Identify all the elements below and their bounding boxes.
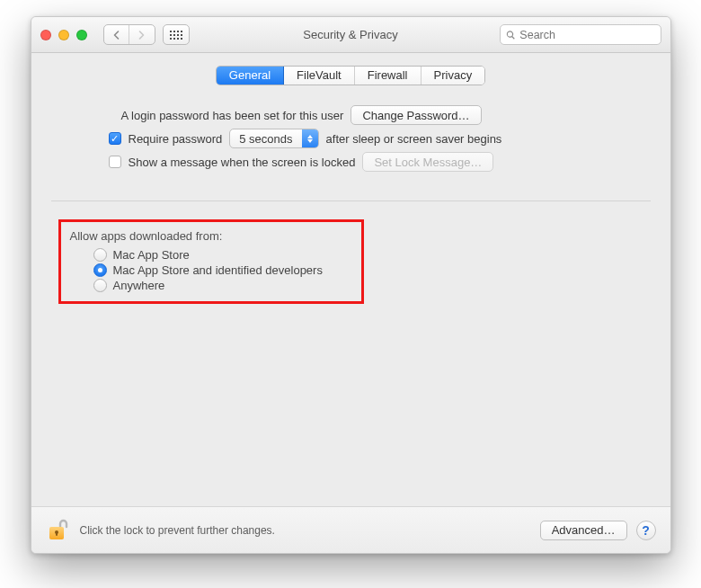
- lock-message-row: Show a message when the screen is locked…: [109, 152, 615, 172]
- lock-message-label: Show a message when the screen is locked: [129, 156, 356, 169]
- chevron-right-icon: [138, 31, 146, 40]
- radio-button[interactable]: [93, 279, 107, 292]
- set-lock-message-button: Set Lock Message…: [362, 152, 493, 172]
- close-window-button[interactable]: [40, 30, 51, 40]
- search-field[interactable]: [500, 24, 661, 45]
- radio-label: Anywhere: [113, 279, 165, 292]
- nav-back-forward: [103, 24, 155, 45]
- tab-general[interactable]: General: [217, 67, 284, 85]
- require-password-delay-select[interactable]: 5 seconds: [229, 129, 318, 148]
- grid-icon: [170, 31, 182, 40]
- require-password-pre-label: Require password: [129, 132, 223, 146]
- security-privacy-window: Security & Privacy General FileVault Fir…: [31, 16, 671, 554]
- footer: Click the lock to prevent further change…: [31, 506, 670, 553]
- allow-apps-section: Allow apps downloaded from: Mac App Stor…: [58, 219, 364, 304]
- help-button[interactable]: ?: [636, 521, 656, 540]
- search-icon: [506, 30, 516, 40]
- forward-button[interactable]: [129, 25, 155, 44]
- unlocked-padlock-icon: [48, 518, 69, 543]
- zoom-window-button[interactable]: [76, 30, 87, 40]
- divider: [51, 200, 651, 201]
- minimize-window-button[interactable]: [58, 30, 69, 40]
- svg-rect-2: [56, 532, 58, 536]
- tab-firewall[interactable]: Firewall: [355, 67, 421, 85]
- advanced-button[interactable]: Advanced…: [540, 521, 627, 540]
- require-password-post-label: after sleep or screen saver begins: [326, 132, 502, 146]
- titlebar: Security & Privacy: [31, 17, 670, 53]
- tabs: General FileVault Firewall Privacy: [216, 66, 485, 85]
- require-password-checkbox[interactable]: [109, 132, 121, 145]
- tab-filevault[interactable]: FileVault: [284, 67, 355, 85]
- allow-apps-title: Allow apps downloaded from:: [70, 229, 352, 243]
- allow-apps-option-anywhere[interactable]: Anywhere: [93, 279, 352, 292]
- lock-message-checkbox[interactable]: [109, 156, 121, 168]
- window-controls: [40, 30, 87, 40]
- tab-privacy[interactable]: Privacy: [421, 67, 485, 85]
- back-button[interactable]: [104, 25, 129, 44]
- stepper-icon: [302, 129, 318, 147]
- require-password-row: Require password 5 seconds after sleep o…: [109, 129, 615, 148]
- allow-apps-option-app-store[interactable]: Mac App Store: [93, 248, 352, 262]
- content: A login password has been set for this u…: [31, 102, 670, 506]
- tabs-container: General FileVault Firewall Privacy: [31, 53, 670, 102]
- change-password-button[interactable]: Change Password…: [350, 105, 481, 125]
- search-input[interactable]: [519, 29, 654, 41]
- radio-button[interactable]: [93, 263, 107, 277]
- lock-description: Click the lock to prevent further change…: [80, 524, 531, 537]
- allow-apps-option-identified[interactable]: Mac App Store and identified developers: [93, 263, 352, 277]
- show-all-button[interactable]: [163, 24, 190, 45]
- chevron-left-icon: [112, 31, 120, 40]
- login-password-section: A login password has been set for this u…: [51, 105, 651, 200]
- password-set-text: A login password has been set for this u…: [121, 109, 344, 122]
- lock-button[interactable]: [46, 517, 71, 544]
- password-set-row: A login password has been set for this u…: [121, 105, 615, 125]
- require-password-delay-value: 5 seconds: [230, 129, 301, 147]
- radio-label: Mac App Store and identified developers: [113, 263, 323, 277]
- radio-label: Mac App Store: [113, 248, 190, 262]
- radio-button[interactable]: [93, 248, 107, 262]
